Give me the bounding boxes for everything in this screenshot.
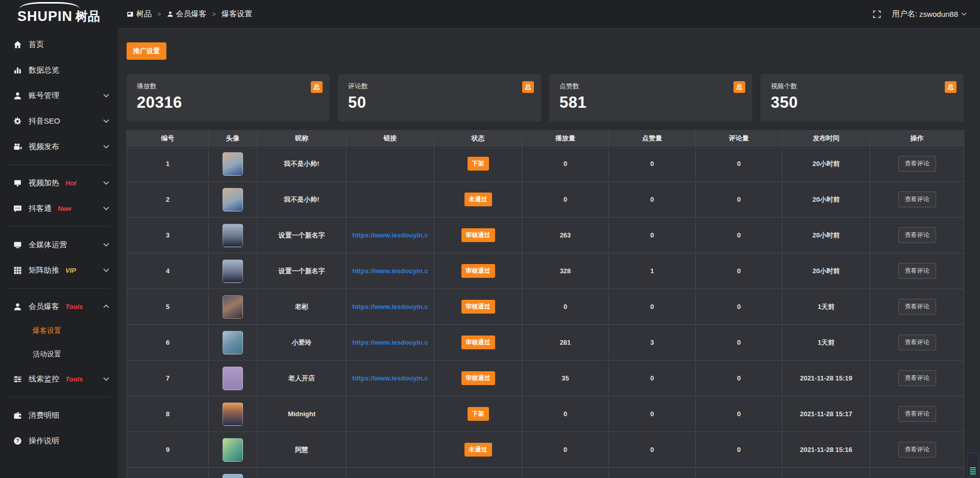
row-id: 8 xyxy=(127,396,209,432)
comments-value: 0 xyxy=(696,253,782,289)
breadcrumb-item-member-baoke[interactable]: 会员爆客 xyxy=(167,9,207,19)
view-comments-button[interactable]: 查看评论 xyxy=(898,192,936,207)
stat-card-comments: 评论数 50 总 xyxy=(338,74,541,122)
nickname: 阿慧 xyxy=(257,432,347,468)
sidebar-item-label: 账号管理 xyxy=(29,91,59,101)
sidebar-item-account-management[interactable]: 账号管理 xyxy=(0,83,117,108)
stat-card-likes: 点赞数 581 总 xyxy=(549,74,752,122)
sidebar-item-video-heat[interactable]: 视频加热 Hot xyxy=(0,170,117,196)
question-circle-icon: ? xyxy=(13,436,22,445)
brand-logo: SHUPIN 树品 xyxy=(0,0,117,28)
bar-chart-icon xyxy=(13,65,22,75)
video-link[interactable]: https://www.iesdouyin.c xyxy=(352,374,428,382)
sidebar-item-label: 操作说明 xyxy=(29,436,59,446)
sidebar-subitem-label: 活动设置 xyxy=(33,350,61,359)
sidebar-subitem-activity-settings[interactable]: 活动设置 xyxy=(0,343,117,366)
publish-time: 2021-11-28 15:16 xyxy=(782,432,870,468)
video-link-cell xyxy=(347,146,434,182)
status-badge: 下架 xyxy=(468,157,489,171)
view-comments-button[interactable]: 查看评论 xyxy=(898,263,936,279)
comments-value: 0 xyxy=(696,396,782,432)
sidebar-item-lead-monitoring[interactable]: 线索监控 Tools xyxy=(0,366,117,392)
nickname: 设置一个新名字 xyxy=(257,218,347,253)
video-link-cell xyxy=(347,182,434,218)
avatar xyxy=(223,367,243,390)
new-badge: New xyxy=(58,205,71,212)
comments-value: 0 xyxy=(696,182,782,218)
likes-value: 0 xyxy=(609,146,696,182)
view-comments-button[interactable]: 查看评论 xyxy=(898,227,936,243)
user-menu[interactable]: 用户名: zswodun88 xyxy=(892,9,967,19)
sidebar-item-data-overview[interactable]: 数据总览 xyxy=(0,57,117,83)
sidebar-item-home[interactable]: 首页 xyxy=(0,32,117,57)
view-comments-button[interactable]: 查看评论 xyxy=(898,156,936,172)
table-row: 5 老彬 https://www.iesdouyin.c 审核通过 0 0 0 … xyxy=(127,289,964,325)
equalizer-bar xyxy=(970,467,976,468)
divider xyxy=(7,226,110,227)
comments-value: 0 xyxy=(696,146,782,182)
nickname: 我不是小帅! xyxy=(257,182,347,218)
publish-time: 2021-11-28 15:19 xyxy=(782,361,870,396)
view-comments-button[interactable]: 查看评论 xyxy=(898,299,936,315)
plays-value: 0 xyxy=(522,146,609,182)
nickname: 老人开店 xyxy=(257,361,347,396)
stat-label: 播放数 xyxy=(137,82,320,91)
sidebar-item-label: 数据总览 xyxy=(29,65,59,75)
sidebar-item-label: 首页 xyxy=(29,40,44,50)
sidebar-item-douyin-seo[interactable]: 抖音SEO xyxy=(0,108,117,134)
status-badge: 未通过 xyxy=(464,193,492,206)
status-badge: 审核通过 xyxy=(461,228,495,242)
floating-widget[interactable] xyxy=(967,452,979,477)
sidebar-item-instructions[interactable]: ? 操作说明 xyxy=(0,428,117,453)
hot-badge: Hot xyxy=(65,179,77,187)
breadcrumb-item-current-page: 爆客设置 xyxy=(222,9,252,19)
comments-value: 0 xyxy=(696,432,782,468)
avatar xyxy=(223,295,243,319)
avatar xyxy=(223,152,243,176)
row-id: 4 xyxy=(127,253,209,289)
total-badge: 总 xyxy=(522,81,534,93)
col-status: 状态 xyxy=(434,131,522,146)
logo-text-cn: 树品 xyxy=(76,8,100,25)
sidebar-item-label: 矩阵助推 xyxy=(29,266,59,275)
stats-row: 播放数 20316 总 评论数 50 总 点赞数 581 总 视频个数 350 … xyxy=(127,74,964,122)
sidebar-subitem-baoke-settings[interactable]: 爆客设置 xyxy=(0,319,117,343)
view-comments-button[interactable]: 查看评论 xyxy=(898,442,936,458)
svg-text:?: ? xyxy=(16,438,19,443)
video-camera-icon xyxy=(13,142,22,151)
sidebar-item-label: 线索监控 xyxy=(29,374,59,384)
sidebar-item-all-media-operation[interactable]: 全媒体运营 xyxy=(0,232,117,257)
likes-value: 3 xyxy=(609,325,696,361)
promotion-settings-button[interactable]: 推广设置 xyxy=(127,42,166,60)
row-id: 3 xyxy=(127,218,209,253)
fullscreen-icon[interactable] xyxy=(873,10,881,18)
view-comments-button[interactable]: 查看评论 xyxy=(898,334,936,350)
stat-value: 20316 xyxy=(137,93,320,112)
sidebar-item-label: 抖客通 xyxy=(29,204,52,213)
sidebar-item-matrix-boost[interactable]: 矩阵助推 VIP xyxy=(0,257,117,283)
table-row: 1 我不是小帅! 下架 0 0 0 20小时前 查看评论 xyxy=(127,146,964,182)
user-icon xyxy=(167,11,174,17)
view-comments-button[interactable]: 查看评论 xyxy=(898,406,936,422)
status-badge: 审核通过 xyxy=(461,371,495,385)
stat-value: 350 xyxy=(771,93,953,112)
plays-value: 0 xyxy=(522,289,609,325)
video-link[interactable]: https://www.iesdouyin.c xyxy=(352,339,428,346)
video-link[interactable]: https://www.iesdouyin.c xyxy=(352,231,428,239)
sidebar-item-consumption-details[interactable]: 消费明细 xyxy=(0,402,117,428)
view-comments-button[interactable]: 查看评论 xyxy=(898,370,936,386)
nickname: Midnight xyxy=(257,396,347,432)
row-id: 2 xyxy=(127,182,209,218)
page-title: 爆客设置 xyxy=(222,9,252,19)
stat-value: 581 xyxy=(559,93,742,112)
video-link[interactable]: https://www.iesdouyin.c xyxy=(352,267,428,275)
sidebar-item-douketong[interactable]: 抖客通 New xyxy=(0,196,117,221)
breadcrumb-item-site[interactable]: 树品 xyxy=(127,9,152,19)
tools-badge: Tools xyxy=(65,375,83,383)
video-link[interactable]: https://www.iesdouyin.c xyxy=(352,303,428,310)
stat-label: 点赞数 xyxy=(559,82,742,91)
sidebar-item-video-publish[interactable]: 视频发布 xyxy=(0,134,117,159)
sidebar-item-member-baoke[interactable]: 会员爆客 Tools xyxy=(0,294,117,319)
nickname: 我不是小帅! xyxy=(257,146,347,182)
likes-value: 1 xyxy=(609,253,696,289)
